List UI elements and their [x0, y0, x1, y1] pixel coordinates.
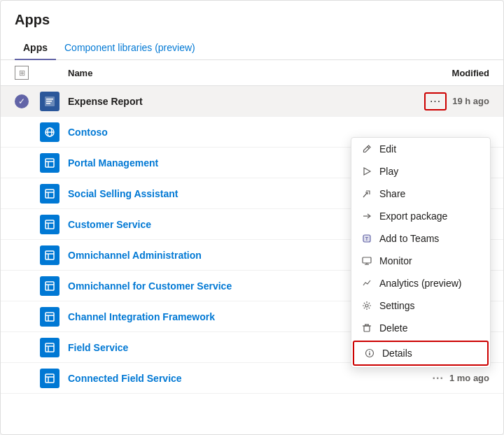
menu-item-monitor[interactable]: Monitor	[351, 250, 490, 272]
row-name-4: Social Selling Assistant	[68, 188, 384, 199]
row-name-8: Channel Integration Framework	[68, 311, 384, 322]
export-icon	[361, 211, 372, 222]
header-name: Name	[68, 68, 384, 78]
row-icon-4	[40, 184, 68, 204]
app-icon	[40, 215, 59, 234]
row-icon-3	[40, 153, 68, 173]
table-header-row: ⊞ Name Modified	[1, 60, 503, 86]
header-modified: Modified	[384, 68, 489, 78]
delete-icon	[361, 322, 372, 334]
app-icon	[40, 92, 59, 111]
row-check-1[interactable]: ✓	[15, 94, 40, 108]
add-teams-label: Add to Teams	[379, 233, 439, 244]
details-label: Details	[382, 348, 412, 359]
svg-rect-25	[46, 343, 54, 352]
teams-icon: T	[361, 233, 372, 244]
menu-item-share[interactable]: Share	[351, 183, 490, 205]
row-icon-6	[40, 245, 68, 265]
row-icon-7	[40, 276, 68, 296]
row-name-3: Portal Management	[68, 157, 384, 169]
svg-rect-10	[46, 190, 54, 198]
menu-item-delete[interactable]: Delete	[351, 317, 490, 339]
app-icon	[40, 122, 59, 142]
row-icon-1	[40, 92, 68, 111]
row-icon-9	[40, 338, 68, 357]
row-icon-8	[40, 307, 68, 327]
row-name-1: Expense Report	[68, 96, 384, 107]
svg-point-47	[369, 351, 370, 352]
tab-component-libraries[interactable]: Component libraries (preview)	[56, 36, 204, 60]
menu-item-settings[interactable]: Settings	[351, 294, 490, 317]
page-header: Apps Apps Component libraries (preview)	[1, 1, 503, 60]
settings-icon	[361, 300, 372, 311]
selected-check-icon: ✓	[15, 94, 29, 108]
menu-item-analytics[interactable]: Analytics (preview)	[351, 272, 490, 294]
header-grid-icon: ⊞	[15, 66, 29, 80]
svg-text:T: T	[365, 236, 369, 241]
row-name-2: Contoso	[68, 127, 384, 138]
svg-rect-1	[46, 99, 53, 100]
edit-label: Edit	[379, 143, 396, 155]
svg-rect-28	[46, 374, 54, 383]
row-modified-10: ··· 1 mo ago	[384, 372, 489, 385]
more-dots: ···	[433, 372, 444, 385]
app-icon	[40, 153, 59, 173]
delete-label: Delete	[379, 322, 407, 334]
context-menu: Edit Play Share Export package T Add to …	[351, 137, 491, 368]
play-label: Play	[379, 166, 398, 177]
analytics-icon	[361, 278, 372, 289]
row-name-7: Omnichannel for Customer Service	[68, 280, 384, 292]
page-title: Apps	[15, 12, 489, 28]
settings-label: Settings	[379, 300, 415, 311]
svg-point-39	[365, 304, 368, 307]
svg-line-31	[368, 147, 370, 149]
svg-rect-13	[46, 220, 54, 229]
share-label: Share	[379, 188, 405, 199]
svg-rect-3	[46, 103, 50, 104]
row-name-5: Customer Service	[68, 219, 384, 230]
row-name-6: Omnichannel Administration	[68, 250, 384, 261]
monitor-label: Monitor	[379, 255, 412, 266]
app-icon	[40, 369, 59, 388]
analytics-label: Analytics (preview)	[379, 278, 461, 289]
app-window: Apps Apps Component libraries (preview) …	[0, 0, 504, 435]
more-options-button[interactable]: ···	[424, 92, 447, 110]
app-icon	[40, 276, 59, 296]
svg-rect-2	[46, 101, 52, 102]
edit-icon	[361, 143, 372, 155]
row-icon-10	[40, 369, 68, 388]
share-icon	[361, 188, 372, 199]
monitor-icon	[361, 255, 372, 266]
svg-rect-40	[364, 326, 370, 331]
play-icon	[361, 166, 372, 177]
svg-marker-32	[364, 168, 370, 175]
tabs-container: Apps Component libraries (preview)	[15, 36, 489, 59]
menu-item-play[interactable]: Play	[351, 160, 490, 183]
svg-rect-16	[46, 251, 54, 259]
row-modified-1: ··· 19 h ago	[384, 92, 489, 110]
svg-rect-19	[46, 282, 54, 290]
svg-rect-7	[46, 159, 54, 167]
app-icon	[40, 245, 59, 265]
header-check-col: ⊞	[15, 66, 40, 80]
menu-item-edit[interactable]: Edit	[351, 138, 490, 160]
svg-rect-22	[46, 313, 54, 321]
svg-rect-36	[363, 257, 371, 263]
menu-item-add-teams[interactable]: T Add to Teams	[351, 227, 490, 250]
app-icon	[40, 307, 59, 327]
row-icon-5	[40, 215, 68, 234]
details-icon	[364, 348, 375, 359]
tab-apps[interactable]: Apps	[15, 36, 56, 60]
row-name-10: Connected Field Service	[68, 373, 384, 384]
menu-item-export[interactable]: Export package	[351, 205, 490, 227]
app-icon	[40, 338, 59, 357]
table-row[interactable]: ✓ Expense Report ··· 19 h ago	[1, 86, 503, 117]
app-icon	[40, 184, 59, 204]
export-label: Export package	[379, 211, 447, 222]
menu-item-details[interactable]: Details	[353, 341, 489, 366]
row-name-9: Field Service	[68, 342, 384, 353]
row-icon-2	[40, 122, 68, 142]
